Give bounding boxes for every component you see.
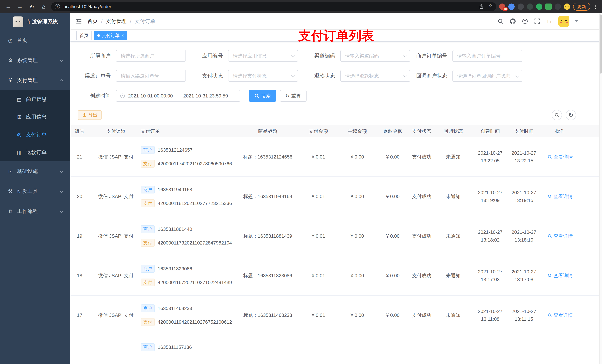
toggle-search-icon[interactable] [552, 110, 562, 120]
pay-order-no: 4200001181202110277723215336 [158, 200, 232, 206]
reload-icon[interactable]: ↻ [27, 2, 36, 11]
extension-icon-7[interactable] [555, 3, 561, 10]
pay-status-select[interactable] [228, 70, 298, 82]
sidebar-item-system[interactable]: ⚙ 系统管理 [0, 50, 70, 70]
window-scrollbar[interactable] [599, 13, 602, 364]
filter-form: 所属商户 应用编号 渠道编码 [70, 42, 602, 102]
browser-update-button[interactable]: 更新 [573, 3, 590, 11]
view-detail-link[interactable]: 查看详情 [548, 193, 573, 200]
github-icon[interactable] [509, 18, 516, 25]
gear-icon: ⚙ [7, 57, 13, 63]
merchant-order-no-input[interactable] [452, 50, 522, 62]
address-bar[interactable]: i localhost:1024/pay/order ☆ [51, 2, 496, 11]
search-button[interactable]: 搜索 [249, 90, 276, 102]
table-row: 21 微信 JSAPI 支付 商户1635312124657 支付4200001… [70, 137, 602, 177]
date-start: 2021-10-01 00:00:00 [128, 93, 173, 99]
pay-order-no: 4200001167202110271022491439 [158, 280, 232, 285]
main-area: 支付订单列表 首页 / 支付管理 / 支付订单 [70, 13, 602, 364]
svg-text:T: T [547, 19, 549, 24]
merchant-order-no: 1635311157136 [158, 344, 192, 350]
back-icon[interactable]: ← [4, 2, 13, 11]
merchant-tag: 商户 [141, 304, 155, 312]
scrollbar-thumb[interactable] [600, 14, 602, 74]
channel-code-select[interactable] [340, 50, 410, 62]
sidebar-item-pay-order[interactable]: ◎ 支付订单 [0, 126, 70, 144]
merchant-filter-input[interactable] [116, 50, 186, 62]
create-time-range-picker[interactable]: 2021-10-01 00:00:00 - 2021-10-31 23:59:5… [116, 90, 240, 102]
sidebar-item-merchant-info[interactable]: ▤ 商户信息 [0, 90, 70, 108]
tab-pay-order[interactable]: 支付订单 × [94, 31, 127, 40]
content: 所属商户 应用编号 渠道编码 [70, 42, 602, 364]
breadcrumb-payment[interactable]: 支付管理 [106, 18, 127, 25]
document-icon: ▥ [16, 149, 22, 156]
merchant-tag: 商户 [141, 146, 155, 154]
sidebar-item-refund-order[interactable]: ▥ 退款订单 [0, 144, 70, 161]
user-caret-icon[interactable] [575, 20, 578, 22]
extension-icon-5[interactable] [536, 3, 542, 10]
pay-order-no: 4200001173202110272847982104 [158, 240, 232, 246]
table-row: 18 微信 JSAPI 支付 商户1635311823086 支付4200001… [70, 256, 602, 296]
refund-status-select[interactable] [340, 70, 410, 82]
forward-icon[interactable]: → [16, 2, 24, 11]
close-tab-icon[interactable]: × [121, 33, 124, 38]
home-icon[interactable]: ⌂ [39, 2, 48, 11]
channel-order-no-input[interactable] [116, 70, 186, 82]
help-icon[interactable]: ? [522, 18, 528, 25]
chevron-down-icon [60, 189, 64, 193]
extension-icon-2[interactable] [508, 3, 515, 10]
reset-button[interactable]: ↻ 重置 [280, 90, 307, 102]
user-avatar[interactable] [558, 16, 570, 27]
extension-badge: 10 [503, 7, 508, 11]
sidebar-item-app-info[interactable]: ⊞ 应用信息 [0, 108, 70, 126]
yen-icon: ¥ [7, 77, 13, 83]
view-detail-link[interactable]: 查看详情 [548, 312, 573, 319]
notify-status-select[interactable] [452, 70, 522, 82]
chevron-down-icon [60, 58, 64, 62]
extension-icon-6[interactable] [545, 3, 552, 10]
table-row: 商户1635311157136 [70, 335, 602, 362]
site-info-icon[interactable]: i [55, 4, 60, 9]
app-id-select[interactable] [228, 50, 298, 62]
extension-icon-4[interactable] [527, 3, 533, 10]
search-icon[interactable] [497, 18, 504, 25]
export-button[interactable]: 导出 [78, 110, 102, 120]
tab-home[interactable]: 首页 [76, 31, 92, 40]
svg-text:T: T [550, 20, 552, 23]
sidebar-item-dev-tools[interactable]: ⚒ 研发工具 [0, 181, 70, 201]
refresh-table-icon[interactable]: ↻ [566, 110, 576, 120]
page: ← → ↻ ⌂ i localhost:1024/pay/order ☆ 10 … [0, 0, 602, 364]
sidebar-item-infrastructure[interactable]: ⊡ 基础设施 [0, 161, 70, 181]
merchant-tag: 商户 [141, 343, 155, 351]
browser-menu-icon[interactable]: ⋮ [593, 4, 598, 10]
app-title: 芋道管理系统 [27, 18, 58, 25]
view-detail-link[interactable]: 查看详情 [548, 272, 573, 279]
pay-order-no: 4200001194202110276752100612 [158, 319, 232, 325]
card-icon: ▤ [16, 96, 22, 102]
extension-icon-3[interactable] [517, 3, 524, 10]
refresh-icon: ↻ [285, 93, 290, 99]
table-row: 17 微信 JSAPI 支付 商户1635311468233 支付4200001… [70, 296, 602, 335]
tools-icon: ⚒ [7, 188, 13, 194]
bookmark-star-icon[interactable]: ☆ [488, 3, 492, 10]
breadcrumb-pay-order: 支付订单 [135, 18, 155, 25]
sidebar-item-workflow[interactable]: ⧉ 工作流程 [0, 201, 70, 221]
sidebar-item-home[interactable]: ◷ 首页 [0, 30, 70, 50]
tags-view-bar: 首页 支付订单 × [70, 30, 602, 42]
view-detail-link[interactable]: 查看详情 [548, 154, 573, 160]
sidebar-item-payment[interactable]: ¥ 支付管理 [0, 70, 70, 90]
navbar: 首页 / 支付管理 / 支付订单 ? [70, 13, 602, 30]
fullscreen-icon[interactable] [534, 18, 540, 25]
pay-tag: 支付 [141, 199, 155, 207]
breadcrumb-home[interactable]: 首页 [87, 18, 98, 25]
share-icon[interactable] [478, 3, 485, 10]
merchant-order-no: 1635311468233 [158, 306, 192, 311]
fold-sidebar-icon[interactable] [75, 18, 82, 25]
extension-icon-1[interactable]: 10 [499, 3, 505, 10]
merchant-order-no: 1635311949168 [158, 187, 192, 193]
view-detail-link[interactable]: 查看详情 [548, 233, 573, 239]
pay-tag: 支付 [141, 279, 155, 286]
font-size-icon[interactable]: TT [546, 18, 553, 25]
pay-order-no: 4200001174202110278060590766 [158, 161, 232, 167]
profile-avatar[interactable] [564, 3, 570, 10]
svg-text:?: ? [524, 20, 526, 23]
